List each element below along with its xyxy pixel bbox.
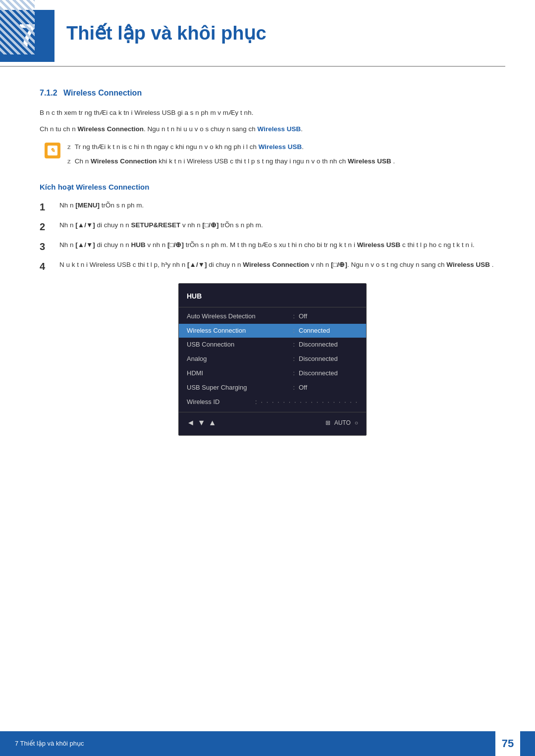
hub-nav-right-icons: ⊞ AUTO ○ bbox=[325, 418, 358, 428]
step-text-4: N u k t n i Wireless USB c thi t l p, h³… bbox=[59, 259, 505, 271]
hub-menu: HUB Auto Wireless Detection : Off Wirele… bbox=[178, 283, 367, 436]
step-text-3: Nh n [▲/▼] di chuy n n HUB v nh n [□/⊕] … bbox=[59, 240, 505, 251]
hub-label-wireless-connection: Wireless Connection bbox=[187, 326, 289, 336]
hub-row-usb-connection: USB Connection : Disconnected bbox=[179, 338, 366, 352]
hub-value-usb-connection: Disconnected bbox=[299, 340, 358, 350]
hub-value-hdmi: Disconnected bbox=[299, 368, 358, 379]
hub-row-analog: Analog : Disconnected bbox=[179, 352, 366, 366]
note-text-2: Ch n Wireless Connection khi k t n i Wir… bbox=[75, 156, 395, 167]
content-area: 7.1.2 Wireless Connection B n c th xem t… bbox=[0, 67, 535, 490]
note-bullet-1: z bbox=[67, 142, 71, 153]
step-item-4: 4 N u k t n i Wireless USB c thi t l p, … bbox=[40, 259, 505, 273]
step-item-1: 1 Nh n [MENU] trÕn s n ph m. bbox=[40, 200, 505, 214]
hub-action-circle-icon: ○ bbox=[355, 418, 358, 428]
hub-nav-left-icon: ◄ bbox=[187, 416, 195, 429]
body-paragraph-1: B n c th xem tr ng thÆi ca k tn i Wirele… bbox=[40, 107, 505, 119]
subsection-heading: Kích hoạt Wireless Connection bbox=[40, 181, 505, 193]
diagonal-pattern bbox=[0, 0, 35, 54]
hub-value-usb-super-charging: Off bbox=[299, 383, 358, 393]
chapter-title: Thiết lập và khôi phục bbox=[54, 18, 267, 53]
hub-row-auto-wireless: Auto Wireless Detection : Off bbox=[179, 309, 366, 324]
note-text-1: Tr ng thÆi k t n is c hi n th ngay c khi… bbox=[75, 142, 304, 153]
hub-label-analog: Analog bbox=[187, 354, 289, 364]
hub-menu-container: HUB Auto Wireless Detection : Off Wirele… bbox=[40, 283, 505, 436]
step-number-4: 4 bbox=[40, 259, 54, 273]
footer-page-number: 75 bbox=[495, 731, 520, 756]
hub-row-wireless-connection: Wireless Connection : Connected bbox=[179, 324, 366, 338]
step-text-1: Nh n [MENU] trÕn s n ph m. bbox=[59, 200, 505, 211]
hub-row-usb-super-charging: USB Super Charging : Off bbox=[179, 381, 366, 395]
note-content: z Tr ng thÆi k t n is c hi n th ngay c k… bbox=[67, 142, 505, 170]
step-item-2: 2 Nh n [▲/▼] di chuy n n SETUP&RESET v n… bbox=[40, 220, 505, 234]
note-box: ✎ z Tr ng thÆi k t n is c hi n th ngay c… bbox=[40, 142, 505, 170]
header-divider bbox=[0, 66, 505, 67]
hub-label-usb-connection: USB Connection bbox=[187, 340, 289, 350]
note-icon: ✎ bbox=[45, 143, 60, 158]
hub-row-wireless-id: Wireless ID : · · · · · · · · · · · · · … bbox=[179, 395, 366, 409]
hub-value-wireless-id: · · · · · · · · · · · · · · · · · · bbox=[261, 397, 358, 407]
hub-action-box-icon: ⊞ bbox=[325, 418, 330, 428]
hub-row-hdmi: HDMI : Disconnected bbox=[179, 366, 366, 381]
step-item-3: 3 Nh n [▲/▼] di chuy n n HUB v nh n [□/⊕… bbox=[40, 240, 505, 253]
hub-label-hdmi: HDMI bbox=[187, 368, 289, 379]
hub-value-wireless-connection: Connected bbox=[299, 326, 358, 336]
footer: 7 Thiết lập và khôi phục 75 bbox=[0, 731, 535, 756]
note-item-1: z Tr ng thÆi k t n is c hi n th ngay c k… bbox=[67, 142, 505, 153]
note-item-2: z Ch n Wireless Connection khi k t n i W… bbox=[67, 156, 505, 167]
hub-label-usb-super-charging: USB Super Charging bbox=[187, 383, 289, 393]
step-number-2: 2 bbox=[40, 220, 54, 234]
hub-label-auto-wireless: Auto Wireless Detection bbox=[187, 311, 289, 322]
hub-value-analog: Disconnected bbox=[299, 354, 358, 364]
step-text-2: Nh n [▲/▼] di chuy n n SETUP&RESET v nh … bbox=[59, 220, 505, 231]
chapter-box-row: 7 Thiết lập và khôi phục bbox=[0, 10, 535, 62]
hub-nav-down-icon: ▼ bbox=[198, 416, 206, 429]
hub-bottom-bar: ◄ ▼ ▲ ⊞ AUTO ○ bbox=[179, 412, 366, 431]
hub-nav-up-icon: ▲ bbox=[209, 416, 216, 429]
section-number: 7.1.2 bbox=[40, 89, 57, 97]
hub-value-auto-wireless: Off bbox=[299, 311, 358, 322]
section-heading: 7.1.2 Wireless Connection bbox=[40, 87, 505, 100]
page-container: 7 Thiết lập và khôi phục 7.1.2 Wireless … bbox=[0, 0, 535, 756]
hub-nav-icons: ◄ ▼ ▲ bbox=[187, 416, 216, 429]
footer-section-label: 7 Thiết lập và khôi phục bbox=[15, 739, 84, 749]
chapter-header-area: 7 Thiết lập và khôi phục bbox=[0, 0, 535, 67]
note-icon-inner: ✎ bbox=[48, 146, 57, 155]
section-title: Wireless Connection bbox=[63, 89, 142, 97]
step-number-3: 3 bbox=[40, 240, 54, 253]
hub-menu-title: HUB bbox=[179, 291, 366, 307]
hub-label-wireless-id: Wireless ID bbox=[187, 397, 251, 407]
note-bullet-2: z bbox=[67, 156, 71, 167]
hub-action-auto-label: AUTO bbox=[334, 418, 351, 428]
body-paragraph-2: Ch n tu ch n Wireless Connection. Ngu n … bbox=[40, 124, 505, 135]
steps-list: 1 Nh n [MENU] trÕn s n ph m. 2 Nh n [▲/▼… bbox=[40, 200, 505, 273]
step-number-1: 1 bbox=[40, 200, 54, 214]
